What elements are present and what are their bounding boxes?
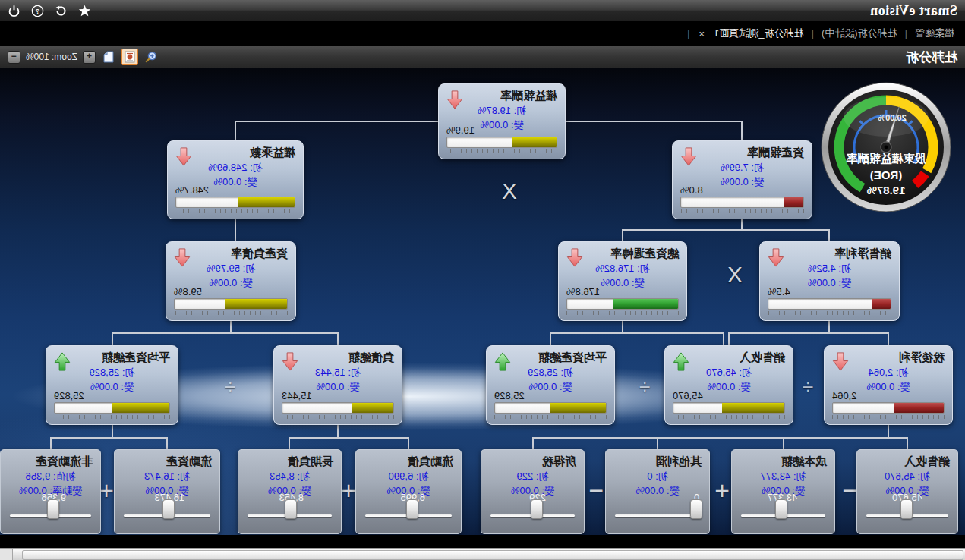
tab-separator: | [905,28,907,39]
trend-up-icon [672,351,690,372]
trend-down-icon [566,247,584,268]
leaf-other-profit[interactable]: 其他利潤 初: 0 變: 0.00% 0 [605,449,710,534]
slider-thumb[interactable] [900,499,913,519]
favorite-star-icon[interactable] [78,5,91,17]
gauge-title: 股東權益報酬率 [847,152,927,165]
trend-down-icon [680,146,698,167]
zoom-search-icon[interactable] [143,49,159,64]
leaf-total-cost[interactable]: 成本總額 初: 43,377 變: 0.00% 43,377 [731,449,835,534]
tab-dupont-design[interactable]: 杜邦分析(設計中) [822,27,897,40]
progress-bar [54,402,170,414]
tab-close-icon[interactable]: × [697,28,706,39]
operator-plus: + [714,476,730,505]
gauge-subtitle: (ROE) [870,168,903,181]
node-equity-multiplier[interactable]: 權益乘數 初: 248.69% 變: 0.00% 248.7% [167,140,304,219]
new-page-icon[interactable] [101,49,116,64]
scrollbar-corner [0,549,13,560]
ruler-ticks [673,415,785,419]
tab-separator: | [812,28,814,39]
slider-track[interactable] [490,514,575,517]
leaf-income-tax[interactable]: 所得稅 初: 229 變: 0.00% 229 [481,449,585,534]
help-icon[interactable]: ? [31,5,44,17]
trend-down-icon [767,247,785,268]
slider-track[interactable] [866,514,948,517]
app-logo: Smart eVision [870,3,957,19]
leaf-current-assets[interactable]: 流動資產 初: 16,473 變: 0.00% 16,473 [114,449,220,534]
tab-bar: 檔案總管 | 杜邦分析(設計中) | 杜邦分析_測試頁面1 × | [0,21,965,46]
slider-track[interactable] [365,514,452,517]
trend-up-icon [494,351,512,372]
operator-divide: ÷ [803,376,813,399]
node-avg-total-assets[interactable]: 平均資產總額 初: 25,829 變: 0.00% 25,829 [46,345,178,425]
node-net-profit-after-tax[interactable]: 稅後淨利 初: 2,064 變: 0.00% 2,064 [824,345,953,425]
ruler-ticks [832,415,945,419]
slider-track[interactable] [124,514,210,517]
trend-down-icon [173,247,191,268]
help-glyph: ? [35,8,39,15]
slider-thumb[interactable] [531,499,543,519]
node-total-liabilities[interactable]: 負債總額 初: 15,443 變: 0.00% 15,443 [273,345,402,425]
progress-bar [494,402,607,414]
trend-down-icon [281,351,299,372]
slider-track[interactable] [741,514,825,517]
slider-thumb[interactable] [775,499,787,519]
operator-minus: − [588,476,604,505]
report-view-icon[interactable] [121,49,138,65]
leaf-longterm-liabilities[interactable]: 長期負債 初: 8,453 變: 0.00% 8,453 [238,449,342,534]
tab-file-manager[interactable]: 檔案總管 [915,27,954,40]
zoom-in-button[interactable]: + [83,51,96,64]
node-avg-total-assets[interactable]: 平均資產總額 初: 25,829 變: 0.00% 25,829 [486,345,615,425]
scrollbar-thumb[interactable] [22,550,963,560]
slider-track[interactable] [248,514,332,517]
trend-down-icon [831,351,850,372]
slider-thumb[interactable] [285,499,297,519]
slider-thumb[interactable] [47,499,59,519]
operator-multiply: X [727,262,743,288]
progress-bar [673,402,785,414]
slider-thumb[interactable] [406,499,418,519]
leaf-current-liabilities[interactable]: 流動負債 初: 6,990 變: 0.00% 6,995 [355,449,462,534]
horizontal-scrollbar[interactable] [0,548,965,560]
operator-divide: ÷ [225,376,235,399]
operator-plus: + [341,476,356,505]
ruler-ticks [680,209,804,213]
node-sales-revenue[interactable]: 銷售收入 初: 45,670 變: 0.00% 45,670 [664,345,793,425]
progress-bar [680,197,804,208]
node-debt-to-asset-ratio[interactable]: 資產負債率 初: 59.79% 變: 0.00% 59.8% [166,241,296,321]
leaf-sales-revenue[interactable]: 銷售收入 初: 45,670 變: 0.00% 45,670 [856,449,958,534]
tab-separator: | [687,28,689,39]
progress-bar [175,197,295,208]
trend-down-icon [175,146,193,167]
gauge-value: 19.87% [867,184,906,197]
ruler-ticks [494,415,607,419]
node-net-profit-margin[interactable]: 銷售淨利率 初: 4.52% 變: 0.00% 4.5% [759,241,900,321]
canvas-bottom-strip [0,535,965,548]
operator-multiply: X [502,178,517,204]
power-icon[interactable] [8,5,20,17]
progress-bar [174,298,288,310]
operator-minus: − [842,476,857,505]
operator-divide: ÷ [639,376,650,399]
node-roe[interactable]: 權益報酬率 初: 19.87% 變: 0.00% 19.9% [438,83,566,159]
top-bar: Smart eVision ? [0,0,965,21]
leaf-noncurrent-assets[interactable]: 非流動資產 初值: 9,356 變動率: 0.00% 9,356 [0,449,101,534]
ruler-ticks [566,311,679,315]
refresh-icon[interactable] [55,5,68,17]
node-asset-turnover[interactable]: 總資產週轉率 初: 176.82% 變: 0.00% 176.8% [558,241,687,321]
node-return-on-assets[interactable]: 資產報酬率 初: 7.99% 變: 0.00% 8.0% [672,140,812,219]
zoom-out-button[interactable]: − [8,51,20,64]
tab-dupont-testpage[interactable]: 杜邦分析_測試頁面1 [714,27,803,40]
slider-track[interactable] [10,514,91,517]
slider-thumb[interactable] [690,499,702,519]
progress-bar [832,402,945,414]
progress-bar [282,402,394,414]
progress-bar [566,298,679,310]
trend-up-icon [53,351,71,372]
slider-thumb[interactable] [162,499,175,519]
zoom-level-label: Zoom: 100% [26,52,77,62]
ruler-ticks [446,149,557,153]
ruler-ticks [282,415,394,419]
progress-bar [446,137,557,148]
slider-track[interactable] [615,514,700,517]
roe-gauge: 20.00% 股東權益報酬率 (ROE) 19.87% [819,80,953,214]
